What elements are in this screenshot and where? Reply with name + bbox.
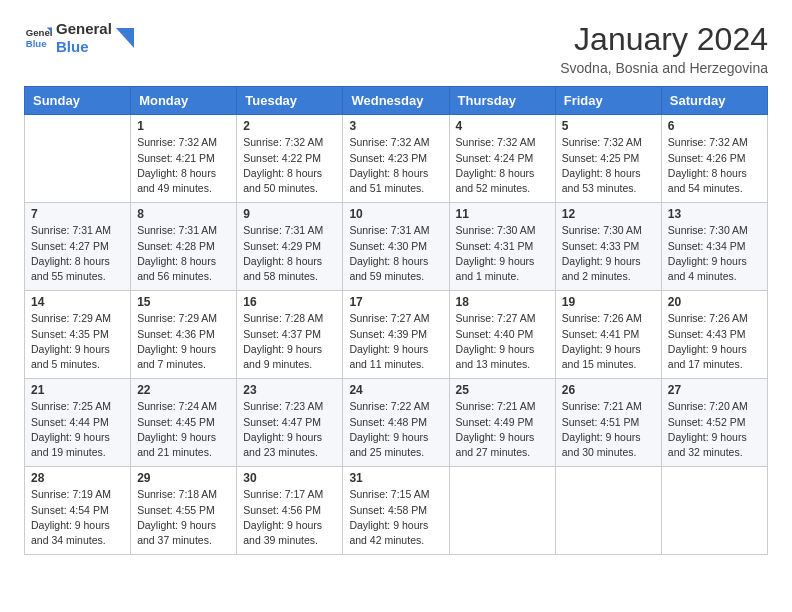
day-number: 5 (562, 119, 655, 133)
weekday-wednesday: Wednesday (343, 87, 449, 115)
day-info: Sunrise: 7:25 AMSunset: 4:44 PMDaylight:… (31, 399, 124, 460)
day-number: 21 (31, 383, 124, 397)
day-info: Sunrise: 7:22 AMSunset: 4:48 PMDaylight:… (349, 399, 442, 460)
svg-text:Blue: Blue (26, 38, 47, 49)
day-info: Sunrise: 7:30 AMSunset: 4:31 PMDaylight:… (456, 223, 549, 284)
title-area: January 2024 Svodna, Bosnia and Herzegov… (560, 20, 768, 76)
weekday-header-row: SundayMondayTuesdayWednesdayThursdayFrid… (25, 87, 768, 115)
day-number: 22 (137, 383, 230, 397)
day-number: 20 (668, 295, 761, 309)
day-number: 13 (668, 207, 761, 221)
day-number: 12 (562, 207, 655, 221)
week-row-2: 14Sunrise: 7:29 AMSunset: 4:35 PMDayligh… (25, 291, 768, 379)
day-number: 31 (349, 471, 442, 485)
day-number: 30 (243, 471, 336, 485)
day-info: Sunrise: 7:24 AMSunset: 4:45 PMDaylight:… (137, 399, 230, 460)
day-number: 14 (31, 295, 124, 309)
day-number: 4 (456, 119, 549, 133)
location-title: Svodna, Bosnia and Herzegovina (560, 60, 768, 76)
day-number: 23 (243, 383, 336, 397)
day-cell: 8Sunrise: 7:31 AMSunset: 4:28 PMDaylight… (131, 203, 237, 291)
day-cell: 30Sunrise: 7:17 AMSunset: 4:56 PMDayligh… (237, 467, 343, 555)
day-number: 3 (349, 119, 442, 133)
day-cell: 20Sunrise: 7:26 AMSunset: 4:43 PMDayligh… (661, 291, 767, 379)
day-cell: 11Sunrise: 7:30 AMSunset: 4:31 PMDayligh… (449, 203, 555, 291)
day-number: 19 (562, 295, 655, 309)
day-info: Sunrise: 7:15 AMSunset: 4:58 PMDaylight:… (349, 487, 442, 548)
week-row-4: 28Sunrise: 7:19 AMSunset: 4:54 PMDayligh… (25, 467, 768, 555)
day-info: Sunrise: 7:29 AMSunset: 4:35 PMDaylight:… (31, 311, 124, 372)
day-cell: 9Sunrise: 7:31 AMSunset: 4:29 PMDaylight… (237, 203, 343, 291)
day-info: Sunrise: 7:23 AMSunset: 4:47 PMDaylight:… (243, 399, 336, 460)
day-cell (449, 467, 555, 555)
day-number: 8 (137, 207, 230, 221)
day-number: 16 (243, 295, 336, 309)
day-cell: 24Sunrise: 7:22 AMSunset: 4:48 PMDayligh… (343, 379, 449, 467)
day-cell (25, 115, 131, 203)
week-row-0: 1Sunrise: 7:32 AMSunset: 4:21 PMDaylight… (25, 115, 768, 203)
logo-blue: Blue (56, 38, 112, 56)
day-number: 11 (456, 207, 549, 221)
day-cell: 29Sunrise: 7:18 AMSunset: 4:55 PMDayligh… (131, 467, 237, 555)
day-info: Sunrise: 7:32 AMSunset: 4:22 PMDaylight:… (243, 135, 336, 196)
day-cell (661, 467, 767, 555)
weekday-tuesday: Tuesday (237, 87, 343, 115)
day-cell: 14Sunrise: 7:29 AMSunset: 4:35 PMDayligh… (25, 291, 131, 379)
day-cell: 17Sunrise: 7:27 AMSunset: 4:39 PMDayligh… (343, 291, 449, 379)
day-info: Sunrise: 7:32 AMSunset: 4:23 PMDaylight:… (349, 135, 442, 196)
day-number: 27 (668, 383, 761, 397)
day-info: Sunrise: 7:26 AMSunset: 4:41 PMDaylight:… (562, 311, 655, 372)
day-info: Sunrise: 7:27 AMSunset: 4:39 PMDaylight:… (349, 311, 442, 372)
day-info: Sunrise: 7:27 AMSunset: 4:40 PMDaylight:… (456, 311, 549, 372)
day-info: Sunrise: 7:32 AMSunset: 4:21 PMDaylight:… (137, 135, 230, 196)
day-cell: 28Sunrise: 7:19 AMSunset: 4:54 PMDayligh… (25, 467, 131, 555)
weekday-friday: Friday (555, 87, 661, 115)
day-info: Sunrise: 7:20 AMSunset: 4:52 PMDaylight:… (668, 399, 761, 460)
day-number: 9 (243, 207, 336, 221)
day-cell: 10Sunrise: 7:31 AMSunset: 4:30 PMDayligh… (343, 203, 449, 291)
weekday-saturday: Saturday (661, 87, 767, 115)
day-cell: 25Sunrise: 7:21 AMSunset: 4:49 PMDayligh… (449, 379, 555, 467)
day-number: 29 (137, 471, 230, 485)
calendar-table: SundayMondayTuesdayWednesdayThursdayFrid… (24, 86, 768, 555)
day-number: 7 (31, 207, 124, 221)
day-cell: 26Sunrise: 7:21 AMSunset: 4:51 PMDayligh… (555, 379, 661, 467)
weekday-thursday: Thursday (449, 87, 555, 115)
day-cell: 27Sunrise: 7:20 AMSunset: 4:52 PMDayligh… (661, 379, 767, 467)
day-number: 2 (243, 119, 336, 133)
logo: General Blue General Blue (24, 20, 134, 56)
day-cell: 5Sunrise: 7:32 AMSunset: 4:25 PMDaylight… (555, 115, 661, 203)
day-number: 17 (349, 295, 442, 309)
logo-general: General (56, 20, 112, 38)
day-cell: 16Sunrise: 7:28 AMSunset: 4:37 PMDayligh… (237, 291, 343, 379)
day-cell: 21Sunrise: 7:25 AMSunset: 4:44 PMDayligh… (25, 379, 131, 467)
day-cell: 19Sunrise: 7:26 AMSunset: 4:41 PMDayligh… (555, 291, 661, 379)
day-number: 6 (668, 119, 761, 133)
weekday-sunday: Sunday (25, 87, 131, 115)
day-cell: 15Sunrise: 7:29 AMSunset: 4:36 PMDayligh… (131, 291, 237, 379)
day-cell: 12Sunrise: 7:30 AMSunset: 4:33 PMDayligh… (555, 203, 661, 291)
day-info: Sunrise: 7:17 AMSunset: 4:56 PMDaylight:… (243, 487, 336, 548)
day-info: Sunrise: 7:32 AMSunset: 4:24 PMDaylight:… (456, 135, 549, 196)
day-cell: 13Sunrise: 7:30 AMSunset: 4:34 PMDayligh… (661, 203, 767, 291)
day-number: 18 (456, 295, 549, 309)
month-title: January 2024 (560, 20, 768, 58)
day-info: Sunrise: 7:30 AMSunset: 4:33 PMDaylight:… (562, 223, 655, 284)
day-info: Sunrise: 7:30 AMSunset: 4:34 PMDaylight:… (668, 223, 761, 284)
day-cell: 3Sunrise: 7:32 AMSunset: 4:23 PMDaylight… (343, 115, 449, 203)
week-row-1: 7Sunrise: 7:31 AMSunset: 4:27 PMDaylight… (25, 203, 768, 291)
day-info: Sunrise: 7:31 AMSunset: 4:27 PMDaylight:… (31, 223, 124, 284)
day-cell (555, 467, 661, 555)
logo-icon: General Blue (24, 24, 52, 52)
day-cell: 31Sunrise: 7:15 AMSunset: 4:58 PMDayligh… (343, 467, 449, 555)
day-info: Sunrise: 7:21 AMSunset: 4:49 PMDaylight:… (456, 399, 549, 460)
day-info: Sunrise: 7:21 AMSunset: 4:51 PMDaylight:… (562, 399, 655, 460)
svg-marker-3 (116, 28, 134, 48)
day-number: 26 (562, 383, 655, 397)
day-number: 25 (456, 383, 549, 397)
weekday-monday: Monday (131, 87, 237, 115)
svg-text:General: General (26, 27, 52, 38)
week-row-3: 21Sunrise: 7:25 AMSunset: 4:44 PMDayligh… (25, 379, 768, 467)
day-info: Sunrise: 7:31 AMSunset: 4:29 PMDaylight:… (243, 223, 336, 284)
day-number: 15 (137, 295, 230, 309)
